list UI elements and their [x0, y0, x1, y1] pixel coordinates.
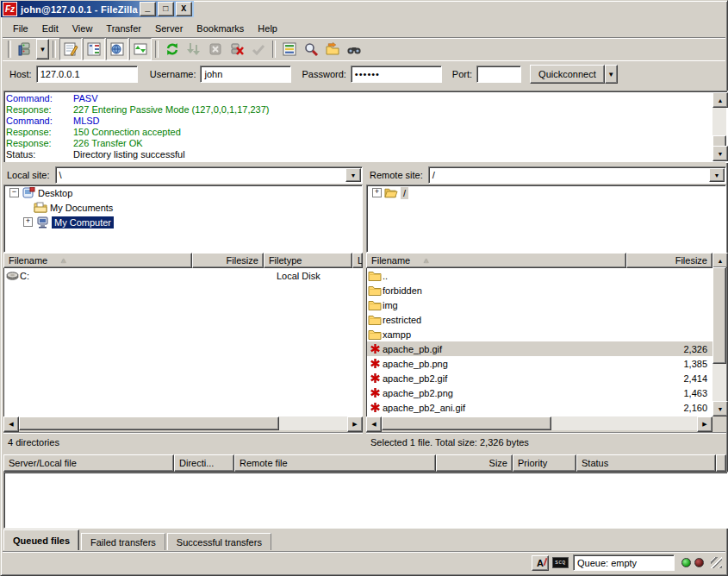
- speed-limit-indicator-icon[interactable]: SCQ: [552, 557, 569, 568]
- scroll-right-icon[interactable]: ▶: [697, 416, 712, 432]
- tree-item-my-computer[interactable]: + My Computer: [4, 215, 362, 229]
- resize-grip[interactable]: [711, 557, 722, 568]
- site-manager-dropdown[interactable]: ▼: [36, 39, 49, 59]
- scroll-left-icon[interactable]: ◀: [366, 416, 382, 432]
- directory-comparison-icon[interactable]: [344, 39, 364, 59]
- local-site-combo[interactable]: \ ▼: [55, 166, 363, 184]
- scroll-down-icon[interactable]: ▼: [712, 146, 728, 161]
- menu-bookmarks[interactable]: Bookmarks: [190, 21, 251, 36]
- scroll-right-icon[interactable]: ▶: [347, 416, 363, 432]
- tab-queued-files[interactable]: Queued files: [3, 529, 79, 550]
- column-filetype[interactable]: Filetype: [264, 253, 352, 268]
- folder-icon: [367, 285, 383, 296]
- combo-dropdown-icon[interactable]: ▼: [709, 168, 725, 182]
- scroll-up-icon[interactable]: ▲: [712, 92, 728, 108]
- close-button[interactable]: X: [176, 2, 192, 16]
- column-filesize[interactable]: Filesize: [626, 253, 712, 268]
- remote-file-row[interactable]: ..: [367, 268, 712, 283]
- queue-body[interactable]: [3, 472, 728, 529]
- password-input[interactable]: ••••••: [351, 66, 442, 83]
- process-queue-icon[interactable]: [184, 39, 204, 59]
- column-priority[interactable]: Priority: [513, 454, 576, 472]
- collapse-icon[interactable]: −: [9, 188, 19, 197]
- remote-file-row[interactable]: restricted: [367, 312, 712, 327]
- tree-item-desktop[interactable]: − Desktop: [4, 185, 362, 200]
- image-file-icon: [367, 343, 383, 354]
- window-title: john@127.0.0.1 - FileZilla: [21, 4, 138, 15]
- column-server-local-file[interactable]: Server/Local file: [3, 454, 174, 472]
- column-size[interactable]: Size: [436, 454, 513, 472]
- remote-file-row[interactable]: xampp: [367, 327, 712, 341]
- local-tree: − Desktop My Documents + My Computer: [3, 185, 363, 253]
- scrollbar-thumb[interactable]: [712, 267, 726, 364]
- menu-edit[interactable]: Edit: [35, 21, 65, 36]
- selected-tree-label: /: [401, 187, 408, 199]
- scroll-down-icon[interactable]: ▼: [712, 401, 728, 416]
- maximize-button[interactable]: □: [158, 2, 174, 16]
- column-remote-file[interactable]: Remote file: [234, 454, 436, 472]
- cancel-operation-icon[interactable]: [205, 39, 226, 59]
- title-bar[interactable]: Fz john@127.0.0.1 - FileZilla _ □ X: [1, 1, 194, 17]
- pane-splitter[interactable]: [3, 162, 725, 166]
- toggle-remote-tree-icon[interactable]: [106, 38, 128, 60]
- status-led-green-icon: [681, 558, 691, 567]
- scroll-up-icon[interactable]: ▲: [712, 253, 728, 268]
- quickconnect-button[interactable]: Quickconnect: [530, 65, 605, 84]
- toolbar-separator: [272, 41, 276, 58]
- log-line: Response:150 Connection accepted: [6, 127, 712, 138]
- local-file-row[interactable]: C: Local Disk: [4, 268, 363, 283]
- local-list-header: Filename▲ Filesize Filetype L: [3, 253, 363, 268]
- column-filesize[interactable]: Filesize: [192, 253, 264, 268]
- quickconnect-dropdown[interactable]: ▼: [605, 65, 618, 84]
- refresh-icon[interactable]: [162, 39, 183, 59]
- menu-view[interactable]: View: [65, 21, 100, 36]
- log-splitter[interactable]: [3, 86, 725, 90]
- disconnect-icon[interactable]: [227, 39, 247, 59]
- username-input[interactable]: john: [200, 66, 291, 83]
- tree-item-root[interactable]: + /: [367, 185, 725, 200]
- tab-successful-transfers[interactable]: Successful transfers: [167, 533, 271, 550]
- local-hscrollbar[interactable]: ◀ ▶: [3, 416, 363, 430]
- log-scrollbar[interactable]: ▲ ▼: [712, 92, 726, 161]
- remote-file-row[interactable]: apache_pb2.gif2,414: [367, 371, 712, 385]
- menu-file[interactable]: File: [6, 21, 35, 36]
- synchronized-browsing-icon[interactable]: [322, 39, 343, 59]
- remote-hscrollbar[interactable]: ◀ ▶: [366, 416, 712, 430]
- remote-file-row[interactable]: apache_pb2_ani.gif2,160: [367, 400, 712, 415]
- scroll-left-icon[interactable]: ◀: [3, 416, 19, 432]
- queue-tabs: Queued files Failed transfers Successful…: [3, 529, 273, 550]
- site-manager-icon[interactable]: [15, 39, 35, 59]
- remote-file-row[interactable]: img: [367, 297, 712, 312]
- remote-file-row[interactable]: apache_pb2.png1,463: [367, 385, 712, 400]
- transfer-type-ascii-icon[interactable]: A: [532, 555, 549, 571]
- abort-icon[interactable]: [248, 39, 269, 59]
- filter-icon[interactable]: [279, 39, 300, 59]
- combo-dropdown-icon[interactable]: ▼: [345, 168, 361, 182]
- toggle-local-tree-icon[interactable]: [83, 38, 105, 60]
- remote-vscrollbar[interactable]: ▲ ▼: [712, 253, 726, 416]
- menu-server[interactable]: Server: [148, 21, 190, 36]
- column-filename[interactable]: Filename▲: [366, 253, 626, 268]
- toggle-message-log-icon[interactable]: [59, 38, 82, 60]
- port-input[interactable]: [476, 66, 521, 83]
- menu-transfer[interactable]: Transfer: [99, 21, 148, 36]
- menu-help[interactable]: Help: [251, 21, 284, 36]
- column-status[interactable]: Status: [576, 454, 716, 472]
- toggle-transfer-queue-icon[interactable]: [129, 38, 152, 60]
- find-icon[interactable]: [301, 39, 321, 59]
- scrollbar-thumb[interactable]: [382, 416, 551, 430]
- remote-file-row-selected[interactable]: apache_pb.gif2,326: [367, 341, 712, 356]
- tree-item-my-documents[interactable]: My Documents: [4, 200, 362, 215]
- tab-failed-transfers[interactable]: Failed transfers: [81, 533, 165, 550]
- remote-file-row[interactable]: forbidden: [367, 283, 712, 297]
- expand-icon[interactable]: +: [23, 217, 33, 227]
- remote-site-combo[interactable]: / ▼: [428, 166, 726, 184]
- host-input[interactable]: 127.0.0.1: [36, 66, 138, 83]
- column-filename[interactable]: Filename▲: [3, 253, 192, 268]
- remote-file-row[interactable]: apache_pb.png1,385: [367, 356, 712, 371]
- column-last-modified[interactable]: L: [352, 253, 363, 268]
- column-direction[interactable]: Directi...: [174, 454, 234, 472]
- scrollbar-thumb[interactable]: [19, 416, 279, 430]
- expand-icon[interactable]: +: [372, 188, 382, 197]
- minimize-button[interactable]: _: [140, 2, 156, 16]
